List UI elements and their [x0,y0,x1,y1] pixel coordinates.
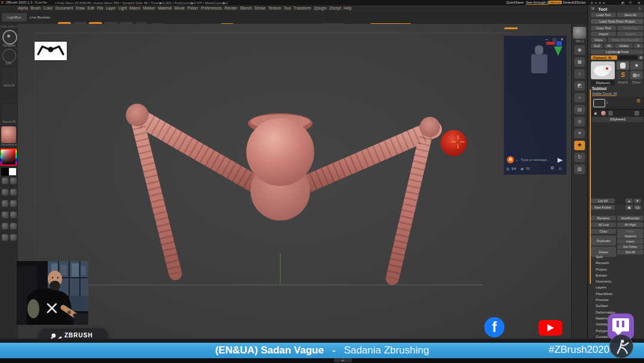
right-shelf-icon[interactable]: ◉ [574,45,585,55]
quick-brush-icon[interactable] [10,200,17,207]
palette-section-header[interactable]: Geometry [596,278,617,284]
tool-thumb-simplebrush[interactable]: S [617,71,629,79]
facebook-icon[interactable]: f [484,317,504,337]
menu-item[interactable]: Material [158,6,172,10]
autoreorder-button[interactable]: AutoReorder [617,216,643,221]
menu-item[interactable]: Render [225,6,237,10]
subtool-item-name[interactable]: ZSphere1 [592,117,643,122]
tool-r-chip[interactable]: R [639,55,643,60]
default-zscript-button[interactable]: DefaultZScript [563,1,586,4]
menu-item[interactable]: Texture [268,6,281,10]
load-tools-from-project-button[interactable]: Load Tools From Project [591,19,643,24]
quick-brush-icon[interactable] [2,189,8,196]
import-button[interactable]: Import [591,32,616,36]
quicksave-button[interactable]: QuickSave [506,1,524,4]
bottom-tray-toggle[interactable]: ▴▾ [334,358,352,362]
zsphere-model[interactable] [35,33,571,319]
right-shelf-icon[interactable]: ▥ [574,165,585,174]
refresh-icon[interactable]: ↻ [638,7,642,11]
lightbox-button[interactable]: LightBox [2,13,27,21]
right-shelf-icon[interactable]: ↻ [574,153,585,162]
move-down-button[interactable]: ▼ [634,198,641,203]
quick-brush-icon[interactable] [10,234,17,241]
hand-tools-icons[interactable]: ✛ ✦ ✛ ✦ [590,1,605,5]
append-button[interactable]: Append [617,234,643,238]
folder-badge-icon[interactable]: ▣ [626,205,633,210]
doc-icon[interactable]: ⧉ [629,1,631,5]
active-tool-slider[interactable]: ZSphere1. 48 [591,55,637,60]
quick-brush-icon[interactable] [2,234,8,241]
timeline-marker[interactable] [504,27,518,29]
all-high-button[interactable]: All High [617,222,643,227]
right-shelf-icon[interactable]: ⌂ [574,69,585,79]
chat-input[interactable]: Type a message... [521,158,550,162]
quick-brush-icon[interactable] [10,178,17,184]
menus-toggle[interactable]: Menus [549,1,562,4]
tool-thumb-cylinder[interactable] [617,61,629,70]
palette-section-header[interactable]: Project [596,266,617,272]
chat-overlay[interactable]: – ▢ ✕ R ⌄ Type a message... ◍ 6/4 ◉ 70 ⚙… [504,36,566,175]
copy-tool-button[interactable]: Copy Tool [591,26,616,30]
palette-section-header[interactable]: Layers [596,284,617,290]
goz-button[interactable]: GoZ [591,44,603,48]
menu-item[interactable]: Transform [293,6,311,10]
paste-button[interactable]: Paste [617,229,643,234]
menu-item[interactable]: Alpha [18,6,28,10]
menu-item[interactable]: Light [119,6,127,10]
palette-section-header[interactable]: Preview [596,297,617,303]
user-icon[interactable]: ◩ [621,1,625,5]
menu-item[interactable]: Macro [129,6,140,10]
menu-item[interactable]: Tool [284,6,291,10]
menu-item[interactable]: Movie [174,6,184,10]
live-boolean-button[interactable]: Live Boolean [30,15,51,19]
make-polymesh3d-button[interactable]: Make PolyMesh3D [608,38,643,42]
texture-selector[interactable] [1,103,17,121]
material-selector[interactable] [1,126,16,143]
right-shelf-icon[interactable]: ◩ [574,81,585,91]
color-picker[interactable] [1,148,17,166]
right-shelf-icon[interactable]: ▤ [574,105,585,114]
quick-brush-icon[interactable] [2,200,8,207]
del-all-button[interactable]: Del All [617,250,643,255]
visible-count-slider[interactable]: Visible Count: 16 [592,92,617,96]
menu-item[interactable]: Color [44,6,53,10]
clone-button[interactable]: Clone [591,38,606,42]
lightbox-tools-button[interactable]: Lightbox▶Tools [591,49,643,54]
quick-brush-icon[interactable] [10,189,17,196]
folder-icon[interactable] [593,99,605,107]
quick-brush-icon[interactable] [10,223,17,229]
subtool-list[interactable]: 1 ⚙ ◉ ZSphere1 [591,97,644,204]
folder-gear-icon[interactable]: ⚙ [636,98,640,104]
menu-item[interactable]: Help [343,6,351,10]
document-thumbnail[interactable] [35,42,67,60]
chevron-down-icon[interactable]: ⌄ [515,157,518,162]
viewport-canvas[interactable] [18,24,571,340]
chat-settings-gear-icon[interactable]: ⚙ [550,166,554,170]
chat-close-icon[interactable]: ✕ [561,37,564,41]
menu-item[interactable]: Zplugin [314,6,326,10]
goz-all-button[interactable]: All [604,44,614,48]
save-as-button[interactable]: Save As [617,13,643,17]
subtool-header[interactable]: Subtool [592,86,606,91]
load-tool-button[interactable]: Load Tool [591,13,616,17]
menu-item[interactable]: Preferences [201,6,222,10]
new-folder-button[interactable]: New Folder [591,205,615,210]
rename-button[interactable]: Rename [591,216,616,221]
head-sphere[interactable] [246,118,314,186]
menu-item[interactable]: Picker [187,6,198,10]
subtool-item-thumbs[interactable]: ◉ [592,109,644,117]
paste-tool-button[interactable]: PasteTool [617,26,643,30]
right-shelf-icon[interactable]: ＋ [574,93,585,103]
duplicate-button[interactable]: Duplicate [591,235,616,246]
export-button[interactable]: Export [617,32,643,36]
quick-brush-icon[interactable] [2,223,8,229]
menu-item[interactable]: Layer [106,6,116,10]
menu-item[interactable]: Draw [76,6,85,10]
current-brush-icon[interactable] [2,30,17,45]
right-shelf-icon[interactable]: ◎ [574,117,585,126]
alpha-selector[interactable] [1,67,17,85]
goz-r-button[interactable]: R [634,44,643,48]
del-other-button[interactable]: Del Other [617,244,643,249]
render-preview-sphere[interactable] [573,27,586,39]
right-shelf-icon[interactable]: ✚ [574,141,585,150]
